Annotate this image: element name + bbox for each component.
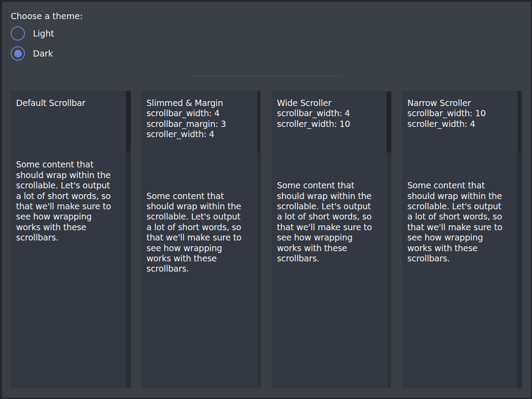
panel-title: Default Scrollbar (16, 98, 121, 108)
scrollbar-thumb[interactable] (519, 91, 520, 152)
radio-option-light[interactable]: Light (11, 26, 54, 41)
panel-title: Wide Scroller scrollbar_width: 4 scrolle… (277, 98, 382, 129)
panel-body-text: Some content that should wrap within the… (16, 159, 121, 243)
scrollbar-demo-row: Default Scrollbar Some content that shou… (11, 91, 522, 388)
scrollbar-thumb[interactable] (258, 91, 260, 152)
panel-narrow-scroller[interactable]: Narrow Scroller scrollbar_width: 10 scro… (402, 91, 522, 388)
theme-chooser-label: Choose a theme: (11, 11, 83, 21)
radio-button-icon[interactable] (11, 46, 25, 61)
radio-option-dark[interactable]: Dark (11, 46, 53, 61)
horizontal-divider (190, 75, 343, 76)
panel-slimmed-margin[interactable]: Slimmed & Margin scrollbar_width: 4 scro… (141, 91, 261, 388)
panel-body-text: Some content that should wrap within the… (407, 180, 512, 264)
radio-selected-dot (14, 50, 22, 57)
panel-default-scrollbar[interactable]: Default Scrollbar Some content that shou… (11, 91, 131, 388)
radio-option-label: Light (33, 28, 54, 38)
panel-body-text: Some content that should wrap within the… (277, 180, 382, 264)
radio-button-icon[interactable] (11, 26, 25, 41)
scrollbar-thumb[interactable] (126, 91, 131, 152)
panel-title: Narrow Scroller scrollbar_width: 10 scro… (407, 98, 512, 129)
panel-body-text: Some content that should wrap within the… (146, 191, 252, 274)
scrollbar-thumb[interactable] (386, 91, 391, 153)
panel-wide-scroller[interactable]: Wide Scroller scrollbar_width: 4 scrolle… (272, 91, 392, 388)
panel-title: Slimmed & Margin scrollbar_width: 4 scro… (146, 98, 252, 140)
radio-option-label: Dark (33, 49, 53, 58)
